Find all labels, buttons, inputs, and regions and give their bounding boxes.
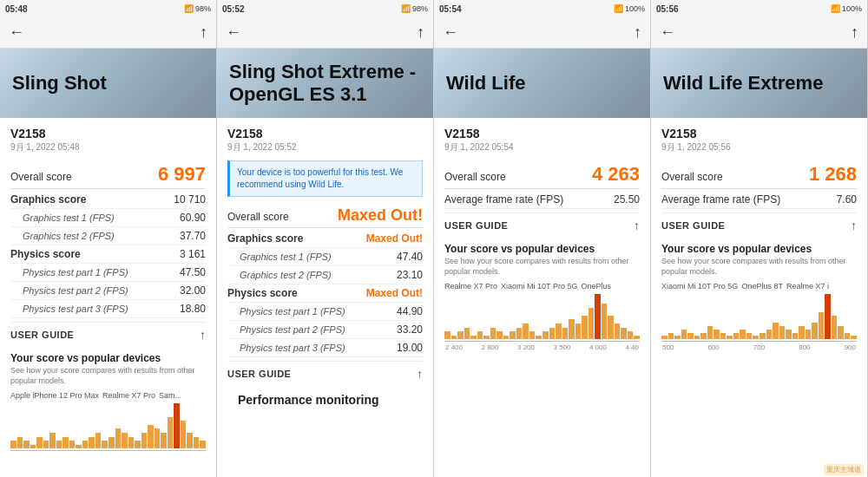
score-row: Physics test part 1 (FPS)44.90 xyxy=(227,303,423,321)
x-axis-label: 4 000 xyxy=(589,343,607,351)
score-row-value: Maxed Out! xyxy=(366,232,423,245)
bar xyxy=(786,330,792,340)
back-icon-1[interactable]: ← xyxy=(9,23,24,42)
score-row-label: Physics test part 1 (FPS) xyxy=(227,306,345,317)
bar xyxy=(457,331,464,339)
battery-2: 98% xyxy=(412,4,428,13)
bar xyxy=(82,441,89,448)
bar xyxy=(174,403,180,448)
battery-4: 100% xyxy=(842,4,862,13)
bar xyxy=(69,441,76,448)
hero-title-2: Sling Shot Extreme - OpenGL ES 3.1 xyxy=(229,61,416,107)
popular-section-4: Your score vs popular devices See how yo… xyxy=(661,243,857,351)
share-nav-icon-3[interactable]: ↑ xyxy=(634,219,640,232)
score-row-label: Average frame rate (FPS) xyxy=(661,193,780,206)
score-row-label: Graphics test 1 (FPS) xyxy=(227,252,332,262)
overall-score-label-2: Overall score xyxy=(227,211,289,223)
bar xyxy=(102,441,108,448)
wifi-icon-1: 📶 xyxy=(184,4,194,13)
bar xyxy=(674,336,681,339)
share-icon-3[interactable]: ↑ xyxy=(634,23,641,42)
x-axis-label: 500 xyxy=(662,343,674,351)
score-row-label: Physics test part 3 (FPS) xyxy=(227,343,345,353)
score-row: Physics test part 2 (FPS)32.00 xyxy=(10,282,206,300)
user-guide-label-2[interactable]: USER GUIDE xyxy=(227,369,291,379)
bar xyxy=(43,441,49,448)
score-row: Average frame rate (FPS)7.60 xyxy=(661,191,857,209)
top-nav-2: ← ↑ xyxy=(217,17,433,49)
status-icons-3: 📶 100% xyxy=(614,4,645,13)
score-row-label: Physics test part 2 (FPS) xyxy=(227,324,345,335)
bar xyxy=(510,331,516,339)
battery-3: 100% xyxy=(625,4,645,13)
bar xyxy=(628,331,634,339)
device-labels-1: Apple iPhone 12 Pro MaxRealme X7 ProSam.… xyxy=(10,391,206,400)
user-guide-label-4[interactable]: USER GUIDE xyxy=(661,220,725,231)
wifi-icon-2: 📶 xyxy=(401,4,411,13)
user-guide-label-3[interactable]: USER GUIDE xyxy=(444,220,508,231)
bar xyxy=(168,417,174,449)
bar xyxy=(661,336,667,339)
bar-chart-4 xyxy=(661,294,857,342)
share-nav-icon-4[interactable]: ↑ xyxy=(851,219,857,232)
bar xyxy=(595,294,601,339)
bar xyxy=(483,336,490,340)
watermark-4: 重庆主城道 xyxy=(824,464,864,475)
popular-title-1: Your score vs popular devices xyxy=(10,352,206,364)
bar xyxy=(773,323,779,340)
score-row: Graphics test 1 (FPS)60.90 xyxy=(10,209,206,227)
device-name-3: V2158 xyxy=(444,127,640,140)
status-bar-4: 05:56 📶 100% xyxy=(651,0,867,17)
device-label: Realme X7 i xyxy=(786,282,829,291)
bar xyxy=(668,333,674,340)
overall-score-label-3: Overall score xyxy=(444,171,506,183)
bar xyxy=(496,331,503,339)
score-row-value: 47.50 xyxy=(180,266,206,278)
score-row-value: 19.00 xyxy=(397,342,423,354)
bar xyxy=(122,433,128,448)
popular-section-3: Your score vs popular devices See how yo… xyxy=(444,243,640,351)
bar xyxy=(464,328,470,340)
bar xyxy=(845,333,851,340)
share-nav-icon-2[interactable]: ↑ xyxy=(417,367,423,381)
content-2: V2158 9月 1, 2022 05:52 Your device is to… xyxy=(217,118,433,477)
status-bar-2: 05:52 📶 98% xyxy=(217,0,433,17)
bar xyxy=(707,326,713,340)
content-3: V2158 9月 1, 2022 05:54 Overall score 4 2… xyxy=(434,118,650,477)
back-icon-3[interactable]: ← xyxy=(443,23,458,42)
user-guide-label-1[interactable]: USER GUIDE xyxy=(10,330,74,340)
hero-title-1: Sling Shot xyxy=(12,72,107,95)
share-nav-icon-1[interactable]: ↑ xyxy=(200,328,206,342)
share-icon-1[interactable]: ↑ xyxy=(200,23,207,42)
overall-score-value-1: 6 997 xyxy=(158,163,206,186)
score-row-value: 10 710 xyxy=(174,193,206,206)
bar xyxy=(181,421,187,448)
overall-score-value-3: 4 263 xyxy=(592,163,640,186)
bar xyxy=(549,328,556,340)
score-row-label: Physics score xyxy=(227,287,298,299)
panel-wild-life-extreme: 05:56 📶 100% ← ↑ Wild Life Extreme V2158… xyxy=(651,0,868,477)
status-time-2: 05:52 xyxy=(222,4,245,14)
share-icon-2[interactable]: ↑ xyxy=(417,23,424,42)
overall-score-value-4: 1 268 xyxy=(809,163,857,186)
hero-2: Sling Shot Extreme - OpenGL ES 3.1 xyxy=(217,49,433,118)
back-icon-4[interactable]: ← xyxy=(660,23,675,42)
device-name-2: V2158 xyxy=(227,127,423,140)
score-row-value: 23.10 xyxy=(397,269,423,281)
bar xyxy=(812,323,818,340)
bar xyxy=(733,333,740,340)
score-row-label: Physics test part 1 (FPS) xyxy=(10,267,128,278)
score-row: Graphics test 1 (FPS)47.40 xyxy=(227,248,423,266)
bar xyxy=(562,328,569,340)
score-row-label: Graphics test 2 (FPS) xyxy=(227,270,332,280)
bar xyxy=(634,336,640,340)
bar xyxy=(477,331,483,339)
perf-title-2: Performance monitoring xyxy=(238,393,412,407)
share-icon-4[interactable]: ↑ xyxy=(851,23,858,42)
bar xyxy=(187,433,193,448)
back-icon-2[interactable]: ← xyxy=(226,23,241,42)
popular-desc-3: See how your score compares with results… xyxy=(444,257,640,277)
bar xyxy=(792,333,799,340)
score-row: Physics scoreMaxed Out! xyxy=(227,284,423,303)
score-row-value: 7.60 xyxy=(837,193,857,206)
